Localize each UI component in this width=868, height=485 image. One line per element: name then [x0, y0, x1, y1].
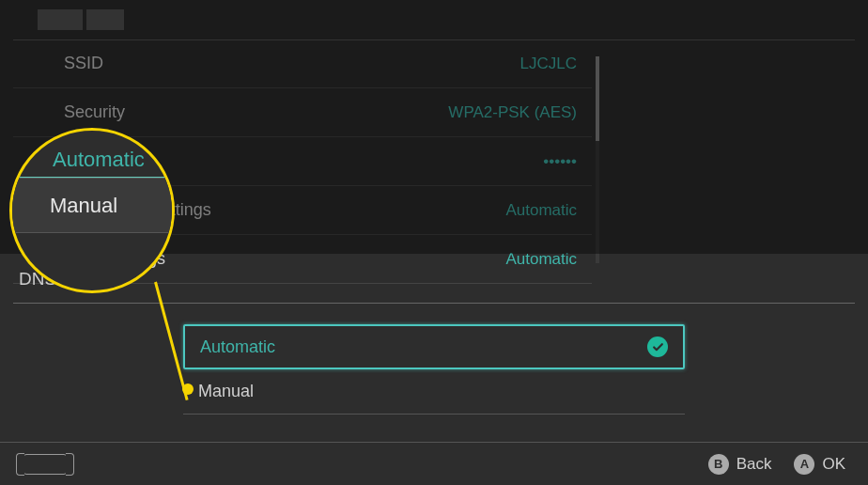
divider — [13, 303, 855, 304]
top-bar — [0, 0, 868, 39]
logo-block — [38, 9, 83, 30]
setting-value: WPA2-PSK (AES) — [448, 103, 577, 122]
footer-bar: B Back A OK — [0, 442, 868, 485]
back-button-hint[interactable]: B Back — [708, 454, 772, 475]
options-list: Automatic Manual — [183, 324, 685, 415]
option-label: Automatic — [200, 337, 275, 357]
magnifier-option-manual: Manual — [12, 178, 172, 232]
b-button-icon: B — [708, 454, 729, 475]
setting-label: Security — [64, 102, 125, 122]
callout-dot — [182, 383, 194, 395]
a-button-icon: A — [794, 454, 814, 475]
scrollbar-thumb[interactable] — [596, 56, 599, 141]
check-icon — [647, 336, 668, 357]
setting-row-ssid[interactable]: SSID LJCJLC — [13, 39, 592, 88]
ok-button-hint[interactable]: A OK — [794, 454, 845, 475]
back-label: Back — [736, 455, 772, 474]
setting-value: Automatic — [505, 201, 577, 220]
setting-label: SSID — [64, 54, 103, 73]
scrollbar-track[interactable] — [596, 56, 599, 263]
ok-label: OK — [822, 455, 845, 474]
logo-block — [86, 9, 124, 30]
option-manual[interactable]: Manual — [183, 369, 685, 415]
console-icon — [23, 454, 68, 475]
magnifier-callout: Automatic Manual — [9, 128, 175, 293]
setting-value: •••••• — [543, 152, 577, 171]
setting-value: LJCJLC — [520, 55, 577, 73]
option-label: Manual — [198, 382, 254, 401]
option-automatic[interactable]: Automatic — [183, 324, 685, 369]
